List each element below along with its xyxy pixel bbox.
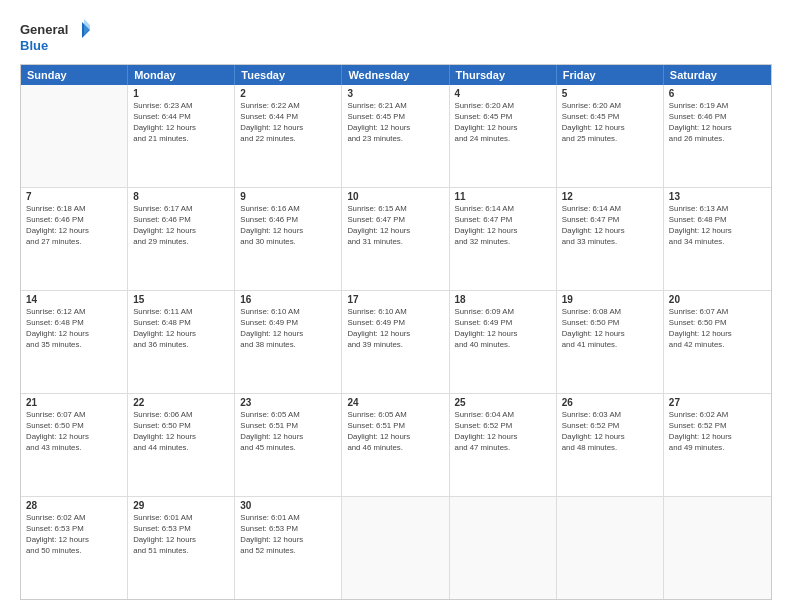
calendar-cell: 7 Sunrise: 6:18 AM Sunset: 6:46 PM Dayli… — [21, 188, 128, 290]
day-info: Sunrise: 6:02 AM Sunset: 6:53 PM Dayligh… — [26, 513, 122, 557]
day-info: Sunrise: 6:08 AM Sunset: 6:50 PM Dayligh… — [562, 307, 658, 351]
calendar-cell: 29 Sunrise: 6:01 AM Sunset: 6:53 PM Dayl… — [128, 497, 235, 599]
calendar-cell: 1 Sunrise: 6:23 AM Sunset: 6:44 PM Dayli… — [128, 85, 235, 187]
calendar-cell-empty — [664, 497, 771, 599]
calendar-header-cell: Tuesday — [235, 65, 342, 85]
day-info: Sunrise: 6:21 AM Sunset: 6:45 PM Dayligh… — [347, 101, 443, 145]
day-number: 18 — [455, 294, 551, 305]
day-info: Sunrise: 6:04 AM Sunset: 6:52 PM Dayligh… — [455, 410, 551, 454]
day-number: 30 — [240, 500, 336, 511]
calendar-cell: 18 Sunrise: 6:09 AM Sunset: 6:49 PM Dayl… — [450, 291, 557, 393]
day-number: 15 — [133, 294, 229, 305]
day-number: 8 — [133, 191, 229, 202]
day-info: Sunrise: 6:10 AM Sunset: 6:49 PM Dayligh… — [240, 307, 336, 351]
day-number: 9 — [240, 191, 336, 202]
day-number: 13 — [669, 191, 766, 202]
calendar-cell: 5 Sunrise: 6:20 AM Sunset: 6:45 PM Dayli… — [557, 85, 664, 187]
day-number: 5 — [562, 88, 658, 99]
calendar-cell: 24 Sunrise: 6:05 AM Sunset: 6:51 PM Dayl… — [342, 394, 449, 496]
day-info: Sunrise: 6:01 AM Sunset: 6:53 PM Dayligh… — [240, 513, 336, 557]
day-number: 22 — [133, 397, 229, 408]
calendar-cell: 25 Sunrise: 6:04 AM Sunset: 6:52 PM Dayl… — [450, 394, 557, 496]
calendar-cell: 28 Sunrise: 6:02 AM Sunset: 6:53 PM Dayl… — [21, 497, 128, 599]
calendar-cell: 15 Sunrise: 6:11 AM Sunset: 6:48 PM Dayl… — [128, 291, 235, 393]
calendar-header-cell: Thursday — [450, 65, 557, 85]
day-number: 1 — [133, 88, 229, 99]
day-info: Sunrise: 6:14 AM Sunset: 6:47 PM Dayligh… — [562, 204, 658, 248]
calendar-row: 28 Sunrise: 6:02 AM Sunset: 6:53 PM Dayl… — [21, 497, 771, 599]
calendar: SundayMondayTuesdayWednesdayThursdayFrid… — [20, 64, 772, 600]
day-info: Sunrise: 6:14 AM Sunset: 6:47 PM Dayligh… — [455, 204, 551, 248]
calendar-cell: 11 Sunrise: 6:14 AM Sunset: 6:47 PM Dayl… — [450, 188, 557, 290]
day-info: Sunrise: 6:13 AM Sunset: 6:48 PM Dayligh… — [669, 204, 766, 248]
calendar-cell: 21 Sunrise: 6:07 AM Sunset: 6:50 PM Dayl… — [21, 394, 128, 496]
day-number: 11 — [455, 191, 551, 202]
day-number: 14 — [26, 294, 122, 305]
calendar-cell: 2 Sunrise: 6:22 AM Sunset: 6:44 PM Dayli… — [235, 85, 342, 187]
calendar-row: 14 Sunrise: 6:12 AM Sunset: 6:48 PM Dayl… — [21, 291, 771, 394]
day-number: 20 — [669, 294, 766, 305]
day-number: 25 — [455, 397, 551, 408]
calendar-cell-empty — [450, 497, 557, 599]
calendar-cell: 4 Sunrise: 6:20 AM Sunset: 6:45 PM Dayli… — [450, 85, 557, 187]
calendar-cell: 14 Sunrise: 6:12 AM Sunset: 6:48 PM Dayl… — [21, 291, 128, 393]
day-info: Sunrise: 6:20 AM Sunset: 6:45 PM Dayligh… — [562, 101, 658, 145]
day-info: Sunrise: 6:10 AM Sunset: 6:49 PM Dayligh… — [347, 307, 443, 351]
calendar-row: 21 Sunrise: 6:07 AM Sunset: 6:50 PM Dayl… — [21, 394, 771, 497]
day-number: 3 — [347, 88, 443, 99]
calendar-cell: 13 Sunrise: 6:13 AM Sunset: 6:48 PM Dayl… — [664, 188, 771, 290]
calendar-cell: 19 Sunrise: 6:08 AM Sunset: 6:50 PM Dayl… — [557, 291, 664, 393]
day-info: Sunrise: 6:11 AM Sunset: 6:48 PM Dayligh… — [133, 307, 229, 351]
day-info: Sunrise: 6:06 AM Sunset: 6:50 PM Dayligh… — [133, 410, 229, 454]
calendar-cell: 12 Sunrise: 6:14 AM Sunset: 6:47 PM Dayl… — [557, 188, 664, 290]
calendar-cell: 16 Sunrise: 6:10 AM Sunset: 6:49 PM Dayl… — [235, 291, 342, 393]
day-info: Sunrise: 6:07 AM Sunset: 6:50 PM Dayligh… — [669, 307, 766, 351]
day-number: 23 — [240, 397, 336, 408]
day-info: Sunrise: 6:20 AM Sunset: 6:45 PM Dayligh… — [455, 101, 551, 145]
day-info: Sunrise: 6:16 AM Sunset: 6:46 PM Dayligh… — [240, 204, 336, 248]
day-number: 6 — [669, 88, 766, 99]
calendar-header-row: SundayMondayTuesdayWednesdayThursdayFrid… — [21, 65, 771, 85]
day-number: 2 — [240, 88, 336, 99]
day-number: 4 — [455, 88, 551, 99]
day-number: 16 — [240, 294, 336, 305]
svg-text:General: General — [20, 22, 68, 37]
day-number: 17 — [347, 294, 443, 305]
day-info: Sunrise: 6:12 AM Sunset: 6:48 PM Dayligh… — [26, 307, 122, 351]
day-info: Sunrise: 6:23 AM Sunset: 6:44 PM Dayligh… — [133, 101, 229, 145]
calendar-cell: 20 Sunrise: 6:07 AM Sunset: 6:50 PM Dayl… — [664, 291, 771, 393]
calendar-cell-empty — [342, 497, 449, 599]
calendar-header-cell: Wednesday — [342, 65, 449, 85]
day-info: Sunrise: 6:05 AM Sunset: 6:51 PM Dayligh… — [240, 410, 336, 454]
calendar-header-cell: Sunday — [21, 65, 128, 85]
calendar-cell-empty — [21, 85, 128, 187]
day-number: 29 — [133, 500, 229, 511]
day-number: 19 — [562, 294, 658, 305]
calendar-cell: 6 Sunrise: 6:19 AM Sunset: 6:46 PM Dayli… — [664, 85, 771, 187]
day-info: Sunrise: 6:03 AM Sunset: 6:52 PM Dayligh… — [562, 410, 658, 454]
day-info: Sunrise: 6:19 AM Sunset: 6:46 PM Dayligh… — [669, 101, 766, 145]
day-number: 28 — [26, 500, 122, 511]
calendar-cell: 26 Sunrise: 6:03 AM Sunset: 6:52 PM Dayl… — [557, 394, 664, 496]
day-info: Sunrise: 6:05 AM Sunset: 6:51 PM Dayligh… — [347, 410, 443, 454]
calendar-cell: 3 Sunrise: 6:21 AM Sunset: 6:45 PM Dayli… — [342, 85, 449, 187]
calendar-header-cell: Monday — [128, 65, 235, 85]
day-number: 12 — [562, 191, 658, 202]
calendar-body: 1 Sunrise: 6:23 AM Sunset: 6:44 PM Dayli… — [21, 85, 771, 599]
logo: General Blue — [20, 18, 90, 56]
day-number: 26 — [562, 397, 658, 408]
calendar-cell: 17 Sunrise: 6:10 AM Sunset: 6:49 PM Dayl… — [342, 291, 449, 393]
calendar-cell: 23 Sunrise: 6:05 AM Sunset: 6:51 PM Dayl… — [235, 394, 342, 496]
calendar-cell: 10 Sunrise: 6:15 AM Sunset: 6:47 PM Dayl… — [342, 188, 449, 290]
day-number: 27 — [669, 397, 766, 408]
day-info: Sunrise: 6:18 AM Sunset: 6:46 PM Dayligh… — [26, 204, 122, 248]
calendar-cell: 8 Sunrise: 6:17 AM Sunset: 6:46 PM Dayli… — [128, 188, 235, 290]
day-number: 24 — [347, 397, 443, 408]
calendar-cell: 27 Sunrise: 6:02 AM Sunset: 6:52 PM Dayl… — [664, 394, 771, 496]
calendar-header-cell: Saturday — [664, 65, 771, 85]
calendar-cell-empty — [557, 497, 664, 599]
day-info: Sunrise: 6:01 AM Sunset: 6:53 PM Dayligh… — [133, 513, 229, 557]
day-info: Sunrise: 6:02 AM Sunset: 6:52 PM Dayligh… — [669, 410, 766, 454]
day-number: 7 — [26, 191, 122, 202]
logo-svg: General Blue — [20, 18, 90, 56]
